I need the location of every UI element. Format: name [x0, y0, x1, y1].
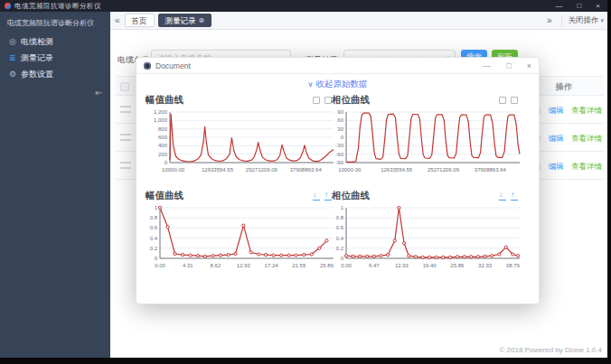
minimize-icon[interactable]: — [555, 0, 562, 12]
divider [561, 15, 562, 26]
amplitude-frequency-chart: 幅值曲线 1,2001,000800600400200010000.001263… [146, 94, 337, 186]
svg-text:0.8: 0.8 [150, 215, 158, 220]
chart-canvas[interactable]: 10.80.60.40.200.004.318.6212.9317.2421.5… [146, 202, 337, 280]
svg-text:0.2: 0.2 [150, 246, 158, 251]
sidebar-item-label: 测量记录 [21, 52, 53, 64]
svg-text:12633554.55: 12633554.55 [381, 167, 413, 173]
svg-text:0: 0 [341, 256, 344, 261]
view-details-link[interactable]: 查看详情 [571, 162, 602, 171]
svg-text:600: 600 [158, 135, 168, 140]
svg-text:10000.00: 10000.00 [338, 167, 362, 173]
svg-text:0.8: 0.8 [336, 215, 344, 220]
app-logo-icon [5, 3, 11, 9]
dialog-title-bar[interactable]: Document — □ × [136, 58, 539, 74]
svg-text:0.2: 0.2 [336, 246, 344, 251]
sidebar-item-label: 参数设置 [21, 69, 53, 80]
tab-close-icon[interactable]: ⊗ [199, 14, 205, 27]
svg-text:25271209.09: 25271209.09 [246, 167, 278, 173]
datazoom-icon[interactable]: ↓ [499, 191, 506, 201]
truncated-text [120, 111, 131, 113]
svg-text:800: 800 [158, 126, 168, 132]
chart-title: 幅值曲线 [146, 94, 183, 107]
svg-text:0: 0 [341, 135, 344, 140]
restore-icon[interactable] [324, 97, 332, 104]
svg-text:0.6: 0.6 [150, 225, 158, 230]
list-icon: ≣ [9, 53, 21, 62]
app-window: 电缆宽频阻抗谱诊断分析仪 — □ × 电缆宽频阻抗谱诊断分析仪 ◎ 电缆检测 ≣… [0, 0, 607, 358]
sidebar: 电缆宽频阻抗谱诊断分析仪 ◎ 电缆检测 ≣ 测量记录 ⚙ 参数设置 ⇤ [0, 12, 110, 358]
tab-measurement-records[interactable]: 测量记录 ⊗ [158, 14, 212, 27]
electron-app-icon [144, 62, 151, 70]
restore-icon[interactable] [511, 97, 518, 104]
chart-title: 幅值曲线 [146, 190, 183, 202]
view-details-link[interactable]: 查看详情 [571, 106, 602, 115]
svg-text:0.00: 0.00 [341, 263, 352, 268]
chart-title: 相位曲线 [332, 94, 370, 107]
svg-text:17.24: 17.24 [265, 263, 279, 268]
svg-text:32.33: 32.33 [478, 263, 493, 268]
chart-canvas[interactable]: 10.80.60.40.200.006.4712.9319.4025.8632.… [332, 202, 523, 280]
svg-text:12633554.55: 12633554.55 [202, 167, 234, 173]
svg-text:-30: -30 [335, 143, 343, 148]
svg-text:0.00: 0.00 [155, 263, 165, 268]
save-image-icon[interactable] [499, 97, 506, 104]
select-all-checkbox[interactable] [120, 82, 129, 91]
chart-canvas[interactable]: 9060300-30-60-9010000.0012633554.5525271… [332, 107, 523, 184]
truncated-text [120, 162, 131, 163]
caret-down-icon: ▾ [600, 17, 604, 24]
close-icon[interactable]: × [596, 0, 600, 12]
datazoom-reset-icon[interactable]: ↑ [324, 191, 332, 201]
phase-frequency-chart: 相位曲线 9060300-30-60-9010000.0012633554.55… [332, 94, 523, 186]
arrow-down-icon: ↓ [313, 191, 316, 199]
dialog-minimize-icon[interactable]: — [483, 58, 491, 74]
svg-text:37908863.64: 37908863.64 [290, 167, 323, 173]
view-details-link[interactable]: 查看详情 [571, 134, 602, 143]
save-image-icon[interactable] [313, 97, 320, 104]
sidebar-item-cable-detection[interactable]: ◎ 电缆检测 [0, 33, 110, 50]
phase-distance-chart: 相位曲线 ↓ ↑ 10.80.60.40.200.006.4712.9319.4… [332, 190, 523, 282]
window-title: 电缆宽频阻抗谱诊断分析仪 [14, 2, 101, 11]
datazoom-reset-icon[interactable]: ↑ [511, 191, 518, 201]
tab-home[interactable]: 首页 [125, 14, 155, 27]
tab-bar: « 首页 测量记录 ⊗ » 关闭操作 ▾ [110, 12, 607, 30]
maximize-icon[interactable]: □ [577, 0, 581, 12]
sidebar-item-measurement-records[interactable]: ≣ 测量记录 [0, 50, 110, 66]
collapse-raw-data-label: 收起原始数据 [315, 79, 367, 89]
title-bar[interactable]: 电缆宽频阻抗谱诊断分析仪 — □ × [0, 0, 607, 12]
svg-text:0: 0 [155, 256, 158, 261]
arrow-down-icon: ↓ [499, 191, 503, 199]
arrow-up-icon: ↑ [511, 191, 514, 199]
operation-column-header: 操作 [556, 81, 572, 93]
copyright-text: © 2018 Powered by Dione 1.0.4 [499, 346, 602, 354]
svg-text:1: 1 [155, 205, 158, 210]
svg-text:12.93: 12.93 [237, 263, 251, 268]
svg-text:0.4: 0.4 [150, 236, 158, 241]
sidebar-collapse-icon[interactable]: ⇤ [96, 88, 103, 98]
truncated-text [120, 134, 131, 135]
chart-canvas[interactable]: 1,2001,000800600400200010000.0012633554.… [146, 107, 337, 184]
collapse-raw-data-link[interactable]: ∨收起原始数据 [308, 79, 368, 90]
sidebar-title: 电缆宽频阻抗谱诊断分析仪 [0, 12, 110, 33]
svg-text:0.4: 0.4 [336, 236, 344, 241]
svg-text:25271209.09: 25271209.09 [428, 167, 460, 173]
svg-text:0.6: 0.6 [336, 225, 344, 230]
dialog-close-icon[interactable]: × [527, 58, 531, 74]
edit-link[interactable]: 编辑 [549, 162, 564, 171]
svg-text:19.40: 19.40 [423, 263, 437, 268]
datazoom-icon[interactable]: ↓ [313, 191, 320, 201]
tab-label: 测量记录 [165, 14, 196, 27]
svg-text:6.47: 6.47 [369, 263, 380, 268]
tabs-scroll-left-icon[interactable]: « [110, 15, 125, 25]
arrow-up-icon: ↑ [324, 191, 328, 199]
edit-link[interactable]: 编辑 [549, 134, 564, 143]
edit-link[interactable]: 编辑 [549, 106, 564, 115]
sidebar-item-parameter-settings[interactable]: ⚙ 参数设置 [0, 66, 110, 82]
tabs-scroll-right-icon[interactable]: » [542, 15, 557, 25]
svg-text:25.86: 25.86 [450, 263, 465, 268]
amplitude-distance-chart: 幅值曲线 ↓ ↑ 10.80.60.40.200.004.318.6212.93… [146, 190, 337, 282]
dialog-title: Document [155, 61, 191, 70]
user-menu-dropdown[interactable]: 关闭操作 [568, 15, 598, 26]
dialog-maximize-icon[interactable]: □ [506, 58, 511, 74]
tab-label: 首页 [132, 14, 147, 27]
svg-text:0: 0 [164, 160, 168, 165]
